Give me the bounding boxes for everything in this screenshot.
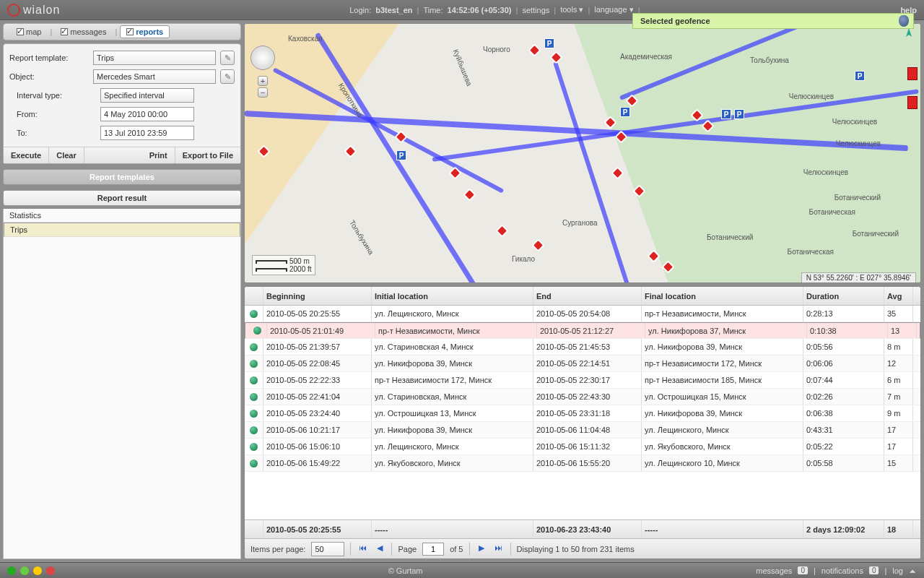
result-header[interactable]: Report result — [3, 190, 241, 206]
pager-summary: Displaying 1 to 50 from 231 items — [517, 545, 635, 553]
export-button[interactable]: Export to File — [175, 147, 240, 163]
interval-select[interactable]: Specified interval — [100, 88, 194, 103]
link-language[interactable]: language ▾ — [594, 5, 633, 14]
company-label: © Gurtam — [62, 566, 749, 575]
status-dot-icon[interactable] — [7, 566, 16, 575]
link-tools[interactable]: tools ▾ — [560, 5, 583, 14]
map-view[interactable]: P P P P P P Каховская Кропоткина Куйбыше… — [244, 23, 921, 283]
table-row[interactable]: 2010-05-06 15:49:22ул. Якубовского, Минс… — [245, 455, 920, 472]
footer-finalloc: ----- — [642, 520, 803, 538]
status-dot-icon[interactable] — [46, 566, 55, 575]
table-row[interactable]: 2010-05-06 15:06:10ул. Лещинского, Минск… — [245, 439, 920, 455]
table-row[interactable]: 2010-05-05 21:01:49пр-т Независимости, М… — [245, 322, 920, 339]
template-select[interactable]: Trips — [93, 51, 216, 65]
table-row[interactable]: 2010-05-05 20:25:55ул. Лещинского, Минск… — [245, 306, 920, 322]
map-street-label: Ботанический — [707, 233, 753, 241]
tab-reports[interactable]: reports — [120, 25, 170, 38]
status-dot-icon[interactable] — [20, 566, 29, 575]
footer-log[interactable]: log — [892, 566, 903, 575]
cell-beginning: 2010-05-05 22:41:04 — [263, 389, 372, 405]
result-item-statistics[interactable]: Statistics — [4, 209, 240, 223]
row-marker-icon — [250, 310, 258, 318]
page-prev-icon[interactable]: ◀ — [374, 543, 385, 555]
map-pan-control[interactable] — [250, 46, 275, 70]
ipp-select[interactable]: 50 — [311, 542, 344, 556]
col-beginning[interactable]: Beginning — [263, 287, 372, 305]
table-row[interactable]: 2010-05-05 23:24:40ул. Острошицкая 13, М… — [245, 405, 920, 422]
row-marker-icon — [250, 426, 258, 434]
page-of: of 5 — [450, 545, 463, 553]
table-row[interactable]: 2010-05-05 22:22:33пр-т Независимости 17… — [245, 372, 920, 389]
col-avg[interactable]: Avg — [884, 287, 913, 305]
cell-end: 2010-05-06 15:55:20 — [533, 455, 642, 471]
clear-button[interactable]: Clear — [49, 147, 84, 163]
result-item-trips[interactable]: Trips — [4, 223, 240, 237]
cell-end: 2010-05-05 22:14:51 — [533, 355, 642, 371]
status-dot-icon[interactable] — [33, 566, 42, 575]
expand-icon[interactable]: ⏶ — [909, 566, 917, 575]
cell-initial-location: ул. Стариновская 4, Минск — [372, 339, 533, 355]
cell-final-location: ул. Острошицкая 15, Минск — [642, 389, 803, 405]
execute-button[interactable]: Execute — [4, 147, 49, 163]
cell-end: 2010-05-06 11:04:48 — [533, 422, 642, 438]
map-zoom-control[interactable]: +− — [258, 76, 268, 98]
object-tool-icon[interactable]: ✎ — [220, 69, 235, 84]
footer-messages[interactable]: messages — [756, 566, 792, 575]
cell-duration: 0:05:22 — [803, 439, 884, 454]
footer-begin: 2010-05-05 20:25:55 — [263, 520, 372, 538]
cell-avg: 12 — [884, 355, 913, 371]
parking-icon: P — [620, 107, 630, 117]
cell-duration: 0:05:58 — [803, 455, 884, 471]
grid-header: Beginning Initial location End Final loc… — [245, 287, 920, 306]
zoom-in-icon[interactable]: + — [258, 76, 268, 86]
map-street-label: Чорного — [483, 46, 510, 53]
cell-end: 2010-05-05 20:54:08 — [533, 306, 642, 322]
checkbox-icon[interactable] — [126, 28, 134, 35]
table-row[interactable]: 2010-05-05 22:41:04ул. Стариновская, Мин… — [245, 389, 920, 405]
print-button[interactable]: Print — [142, 147, 175, 163]
map-street-label: Академическая — [620, 53, 672, 61]
trips-grid: Beginning Initial location End Final loc… — [244, 286, 921, 559]
tab-map[interactable]: map — [11, 26, 47, 38]
tab-messages[interactable]: messages — [55, 26, 112, 38]
link-settings[interactable]: settings — [522, 6, 549, 14]
form-button-bar: Execute Clear Print Export to File — [4, 147, 240, 163]
page-first-icon[interactable]: ⏮ — [357, 543, 368, 555]
cell-beginning: 2010-05-06 15:06:10 — [263, 439, 372, 454]
table-row[interactable]: 2010-05-05 22:08:45ул. Никифорова 39, Ми… — [245, 355, 920, 372]
checkbox-icon[interactable] — [17, 28, 24, 35]
templates-header[interactable]: Report templates — [3, 169, 241, 185]
logo: wialon — [7, 4, 60, 17]
template-tool-icon[interactable]: ✎ — [220, 51, 235, 65]
interval-label: Interval type: — [17, 91, 96, 100]
login-value: b3test_en — [375, 6, 412, 14]
cell-duration: 0:28:13 — [803, 306, 884, 322]
to-input[interactable] — [100, 126, 194, 140]
zoom-out-icon[interactable]: − — [258, 87, 268, 98]
cell-final-location: ул. Никифорова 37, Минск — [645, 323, 807, 338]
cell-initial-location: ул. Якубовского, Минск — [372, 455, 533, 471]
checkbox-icon[interactable] — [61, 28, 68, 35]
col-duration[interactable]: Duration — [803, 287, 884, 305]
col-initial-location[interactable]: Initial location — [372, 287, 533, 305]
page-label: Page — [398, 545, 417, 553]
row-marker-icon — [250, 393, 258, 401]
from-input[interactable] — [100, 107, 194, 121]
col-end[interactable]: End — [533, 287, 642, 305]
page-last-icon[interactable]: ⏭ — [493, 543, 505, 555]
login-label: Login: — [349, 6, 371, 14]
table-row[interactable]: 2010-05-05 21:39:57ул. Стариновская 4, М… — [245, 339, 920, 355]
page-input[interactable] — [422, 543, 444, 556]
cell-beginning: 2010-05-06 10:21:17 — [263, 422, 372, 438]
page-next-icon[interactable]: ▶ — [476, 543, 487, 555]
col-final-location[interactable]: Final location — [642, 287, 803, 305]
row-marker-icon — [250, 343, 258, 351]
footer-notifications[interactable]: notifications — [821, 566, 863, 575]
report-form: Report template: Trips ✎ Object: Mercede… — [3, 43, 241, 164]
table-row[interactable]: 2010-05-06 10:21:17ул. Никифорова 39, Ми… — [245, 422, 920, 439]
object-select[interactable]: Mercedes Smart — [93, 69, 216, 84]
footer-duration: 2 days 12:09:02 — [803, 520, 884, 538]
map-scale: 500 m 2000 ft — [252, 255, 315, 275]
grid-footer: 2010-05-05 20:25:55 ----- 2010-06-23 23:… — [245, 519, 920, 538]
cell-end: 2010-05-05 21:45:53 — [533, 339, 642, 355]
